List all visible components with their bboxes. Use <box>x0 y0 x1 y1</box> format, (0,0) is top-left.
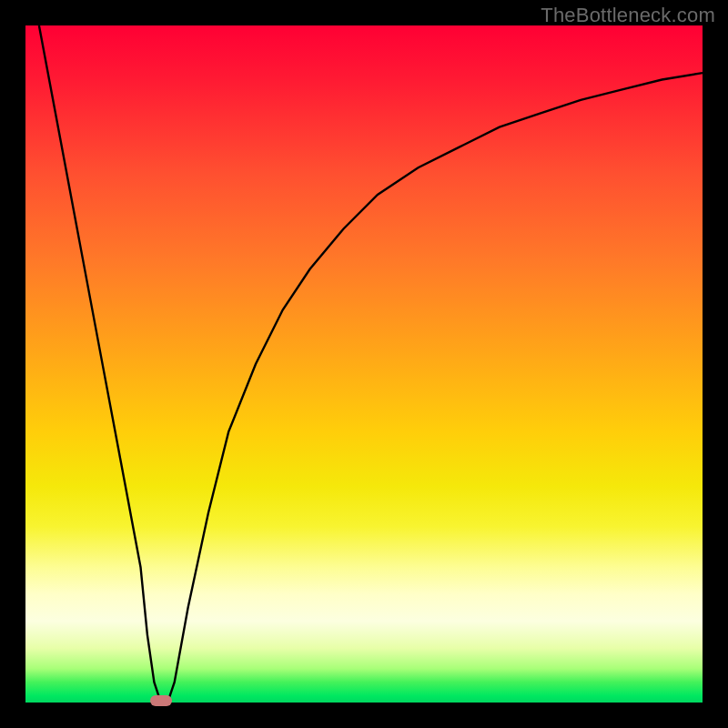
curve-path <box>39 25 703 703</box>
chart-frame: TheBottleneck.com <box>0 0 728 728</box>
optimal-point-marker <box>150 695 172 706</box>
plot-area <box>25 25 703 703</box>
bottleneck-curve <box>25 25 703 703</box>
watermark-text: TheBottleneck.com <box>541 4 715 27</box>
